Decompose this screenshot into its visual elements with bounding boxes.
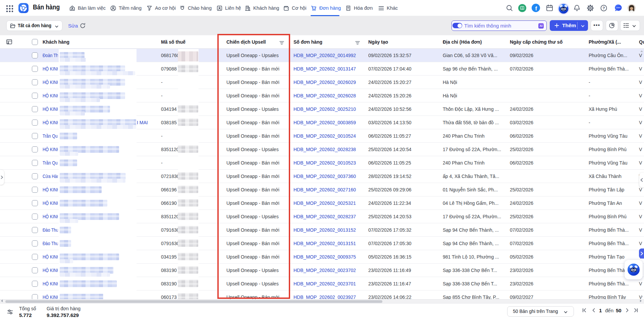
svg-text:f: f [535,5,537,12]
svg-text:?: ? [602,6,605,10]
